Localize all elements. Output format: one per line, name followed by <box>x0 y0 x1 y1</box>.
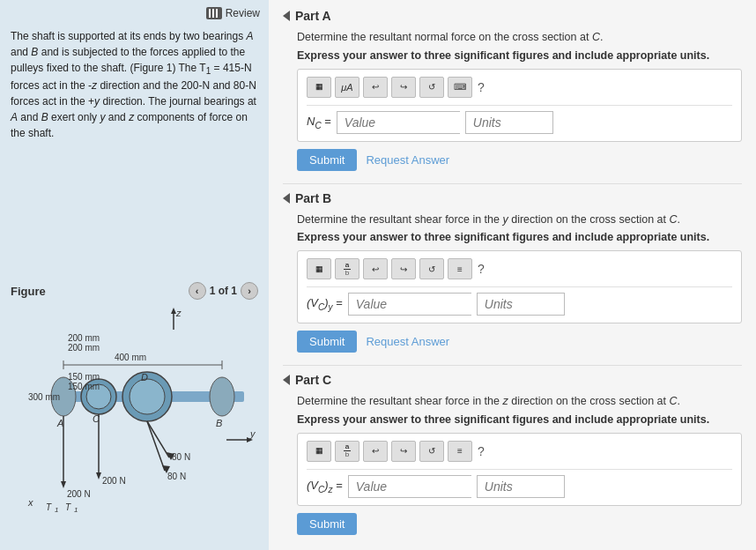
part-a-submit-btn[interactable]: Submit <box>297 149 357 171</box>
part-c-units-input[interactable] <box>477 475 565 498</box>
svg-text:1: 1 <box>55 506 58 514</box>
part-c-redo-btn[interactable]: ↪ <box>391 441 416 462</box>
part-a-input-btn[interactable]: ⌨ <box>448 77 472 98</box>
problem-description: The shaft is supported at its ends by tw… <box>11 28 258 141</box>
part-a-title: Part A <box>295 9 331 23</box>
svg-marker-41 <box>61 481 66 488</box>
part-b-toggle[interactable] <box>283 193 290 204</box>
figure-diagram: z y x A B <box>11 303 258 532</box>
part-b-header: Part B <box>283 191 742 205</box>
part-c-input-row: (VC)z = <box>307 469 732 498</box>
part-b-refresh-btn[interactable]: ↺ <box>419 258 444 279</box>
svg-text:200 mm: 200 mm <box>68 343 100 353</box>
part-c-toggle[interactable] <box>283 375 290 385</box>
part-b-section: Part B Determine the resultant shear for… <box>283 191 742 353</box>
part-c-title: Part C <box>295 373 331 387</box>
part-c-answer-box: ▦ a b ↩ ↪ ↺ ≡ ? (VC)z = <box>297 433 742 506</box>
review-badge[interactable]: Review <box>206 7 260 19</box>
part-c-instruction: Express your answer to three significant… <box>297 413 742 426</box>
figure-nav: ‹ 1 of 1 › <box>189 282 258 300</box>
svg-text:z: z <box>175 308 182 318</box>
part-a-value-input[interactable] <box>337 111 460 134</box>
svg-text:200 N: 200 N <box>102 476 126 486</box>
svg-text:x: x <box>27 497 33 508</box>
part-b-label: (VC)y = <box>307 296 343 312</box>
svg-text:150 mm: 150 mm <box>68 372 100 382</box>
svg-rect-3 <box>216 9 218 18</box>
part-a-header: Part A <box>283 9 742 23</box>
part-b-description: Determine the resultant shear force in t… <box>297 212 742 228</box>
part-a-toggle[interactable] <box>283 11 290 21</box>
part-a-actions: Submit Request Answer <box>297 149 742 171</box>
part-a-redo-btn[interactable]: ↪ <box>391 77 416 98</box>
part-c-matrix-btn[interactable]: ▦ <box>307 441 331 462</box>
svg-text:80 N: 80 N <box>172 452 190 462</box>
part-c-content: Determine the resultant shear force in t… <box>283 394 742 535</box>
part-b-actions: Submit Request Answer <box>297 331 742 353</box>
figure-section: Figure ‹ 1 of 1 › <box>11 282 258 300</box>
part-a-toolbar: ▦ μA ↩ ↪ ↺ ⌨ ? <box>307 77 732 98</box>
svg-text:A: A <box>56 418 63 428</box>
part-c-toolbar: ▦ a b ↩ ↪ ↺ ≡ ? <box>307 441 732 462</box>
part-c-refresh-btn[interactable]: ↺ <box>419 441 444 462</box>
part-c-undo-btn[interactable]: ↩ <box>363 441 388 462</box>
part-b-help-btn[interactable]: ? <box>478 262 485 276</box>
review-icon <box>206 7 222 19</box>
part-b-answer-box: ▦ a b ↩ ↪ ↺ ≡ ? (VC)y = <box>297 250 742 323</box>
part-b-input-row: (VC)y = <box>307 286 732 316</box>
divider-ab <box>283 183 742 184</box>
part-b-submit-btn[interactable]: Submit <box>297 331 357 353</box>
part-c-value-input[interactable] <box>348 475 471 498</box>
svg-text:200 N: 200 N <box>67 489 91 499</box>
part-a-request-btn[interactable]: Request Answer <box>366 153 449 167</box>
part-b-undo-btn[interactable]: ↩ <box>363 258 388 279</box>
divider-bc <box>283 365 742 366</box>
part-a-undo-btn[interactable]: ↩ <box>363 77 388 98</box>
part-a-refresh-btn[interactable]: ↺ <box>419 77 444 98</box>
part-b-request-btn[interactable]: Request Answer <box>366 335 449 348</box>
part-c-submit-btn[interactable]: Submit <box>297 513 357 535</box>
shaft-diagram-svg: z y x A B <box>11 303 266 524</box>
part-b-frac-btn[interactable]: a b <box>335 258 359 279</box>
part-a-content: Determine the resultant normal force on … <box>283 30 742 171</box>
part-c-label: (VC)z = <box>307 479 343 494</box>
svg-text:150 mm: 150 mm <box>68 382 100 391</box>
svg-rect-2 <box>212 9 214 18</box>
part-c-frac-btn[interactable]: a b <box>335 441 359 462</box>
next-figure-btn[interactable]: › <box>241 282 258 300</box>
part-a-input-row: NC = <box>307 105 732 134</box>
part-b-content: Determine the resultant shear force in t… <box>283 212 742 353</box>
prev-figure-btn[interactable]: ‹ <box>189 282 206 300</box>
part-b-units-input[interactable] <box>477 293 565 316</box>
part-a-instruction: Express your answer to three significant… <box>297 49 742 62</box>
svg-text:300 mm: 300 mm <box>28 392 60 402</box>
part-b-title: Part B <box>295 191 331 205</box>
svg-point-17 <box>130 379 165 414</box>
svg-text:400 mm: 400 mm <box>115 353 146 362</box>
svg-text:T: T <box>46 502 52 512</box>
right-panel: Part A Determine the resultant normal fo… <box>269 0 756 550</box>
part-a-help-btn[interactable]: ? <box>478 80 485 94</box>
svg-text:B: B <box>216 418 222 428</box>
part-a-matrix-btn[interactable]: ▦ <box>307 77 331 98</box>
part-c-description: Determine the resultant shear force in t… <box>297 394 742 410</box>
part-a-label: NC = <box>307 115 331 130</box>
svg-marker-38 <box>96 472 101 479</box>
figure-nav-text: 1 of 1 <box>210 285 237 297</box>
svg-text:1: 1 <box>74 506 78 514</box>
part-b-matrix-btn[interactable]: ▦ <box>307 258 331 279</box>
part-b-toolbar: ▦ a b ↩ ↪ ↺ ≡ ? <box>307 258 732 279</box>
part-c-help-btn[interactable]: ? <box>478 444 485 458</box>
svg-text:D: D <box>141 372 148 383</box>
part-c-lines-btn[interactable]: ≡ <box>448 441 472 462</box>
part-b-redo-btn[interactable]: ↪ <box>391 258 416 279</box>
part-b-lines-btn[interactable]: ≡ <box>448 258 472 279</box>
figure-label-text: Figure <box>11 285 46 298</box>
svg-point-14 <box>210 377 234 416</box>
part-b-value-input[interactable] <box>348 293 471 316</box>
part-a-mu-btn[interactable]: μA <box>335 77 359 98</box>
svg-text:80 N: 80 N <box>167 472 186 481</box>
part-c-header: Part C <box>283 373 742 387</box>
part-a-units-input[interactable] <box>465 111 553 134</box>
part-c-actions: Submit <box>297 513 742 535</box>
